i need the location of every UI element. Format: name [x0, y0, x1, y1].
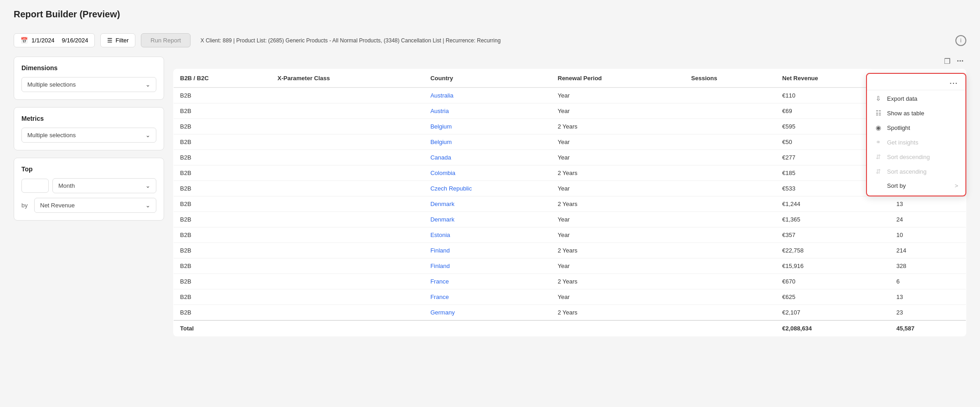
sort-asc-icon: ⇵ [874, 168, 882, 175]
cell-country[interactable]: Denmark [424, 212, 551, 227]
by-value: Net Revenue [40, 202, 75, 209]
filter-button[interactable]: ☰ Filter [100, 33, 135, 47]
info-button[interactable]: i [955, 35, 966, 46]
cell-orders: 13 [890, 289, 966, 305]
cell-b2b: B2B [174, 243, 271, 258]
table-row: B2B Canada Year €277 6 [174, 150, 966, 165]
cell-country[interactable]: Germany [424, 305, 551, 321]
cell-xparam [271, 258, 424, 274]
table-row: B2B Czech Republic Year €533 12 [174, 181, 966, 196]
cell-orders: 10 [890, 227, 966, 243]
menu-item-sort-by[interactable]: Sort by > [867, 179, 965, 193]
dimensions-dropdown[interactable]: Multiple selections ⌄ [21, 77, 156, 92]
more-options-button[interactable]: ··· [954, 56, 966, 67]
top-period-chevron-icon: ⌄ [145, 182, 150, 189]
by-label: by [21, 202, 31, 209]
top-number-input[interactable] [21, 179, 49, 193]
cell-net-revenue: €15,916 [776, 258, 890, 274]
cell-country[interactable]: Finland [424, 243, 551, 258]
date-range-button[interactable]: 📅 1/1/2024 9/16/2024 [14, 33, 95, 47]
total-empty-1 [271, 320, 424, 336]
page-wrapper: Report Builder (Preview) 📅 1/1/2024 9/16… [0, 0, 980, 407]
cell-orders: 6 [890, 274, 966, 289]
cell-renewal: Year [552, 103, 685, 119]
spotlight-icon: ◉ [874, 124, 882, 131]
cell-sessions [685, 165, 776, 181]
cell-b2b: B2B [174, 88, 271, 103]
cell-country[interactable]: France [424, 274, 551, 289]
page-title: Report Builder (Preview) [14, 9, 966, 20]
top-period-dropdown[interactable]: Month ⌄ [52, 178, 156, 193]
expand-icon[interactable]: ❐ [944, 57, 950, 66]
menu-item-export[interactable]: ⇩ Export data [867, 91, 965, 106]
menu-divider-1 [867, 90, 965, 90]
cell-b2b: B2B [174, 212, 271, 227]
cell-country[interactable]: Belgium [424, 134, 551, 150]
cell-b2b: B2B [174, 165, 271, 181]
total-empty-4 [685, 320, 776, 336]
menu-item-spotlight[interactable]: ◉ Spotlight [867, 120, 965, 135]
cell-b2b: B2B [174, 103, 271, 119]
cell-country[interactable]: Canada [424, 150, 551, 165]
cell-sessions [685, 274, 776, 289]
cell-renewal: Year [552, 227, 685, 243]
run-report-label: Run Report [150, 37, 181, 44]
cell-net-revenue: €357 [776, 227, 890, 243]
sidebar: Dimensions Multiple selections ⌄ Metrics… [14, 57, 164, 221]
more-menu-container: ··· ··· ⇩ Export data ☷ Show as table [954, 57, 966, 66]
cell-xparam [271, 134, 424, 150]
by-dropdown[interactable]: Net Revenue ⌄ [34, 198, 156, 213]
dimensions-chevron-icon: ⌄ [145, 81, 150, 88]
cell-country[interactable]: Estonia [424, 227, 551, 243]
cell-country[interactable]: Australia [424, 88, 551, 103]
menu-item-sort-asc[interactable]: ⇵ Sort ascending [867, 164, 965, 179]
menu-item-insights-label: Get insights [887, 139, 918, 146]
cell-orders: 214 [890, 243, 966, 258]
cell-country[interactable]: Colombia [424, 165, 551, 181]
metrics-chevron-icon: ⌄ [145, 132, 150, 139]
main-content: Dimensions Multiple selections ⌄ Metrics… [14, 57, 966, 336]
cell-net-revenue: €625 [776, 289, 890, 305]
table-row: B2B Denmark 2 Years €1,244 13 [174, 196, 966, 212]
metrics-dropdown[interactable]: Multiple selections ⌄ [21, 128, 156, 143]
cell-country[interactable]: Denmark [424, 196, 551, 212]
table-row: B2B Australia Year €110 2 [174, 88, 966, 103]
menu-item-show-table[interactable]: ☷ Show as table [867, 106, 965, 120]
menu-item-sort-desc-label: Sort descending [887, 154, 930, 160]
dimensions-value: Multiple selections [27, 81, 76, 88]
top-section: Top Month ⌄ by Net Revenue ⌄ [14, 158, 164, 221]
total-empty-2 [424, 320, 551, 336]
cell-country[interactable]: Austria [424, 103, 551, 119]
filter-icon: ☰ [107, 37, 113, 44]
cell-renewal: Year [552, 88, 685, 103]
cell-sessions [685, 88, 776, 103]
menu-item-sort-desc[interactable]: ⇵ Sort descending [867, 149, 965, 164]
table-row: B2B France 2 Years €670 6 [174, 274, 966, 289]
filter-tag: X Client: 889 | Product List: (2685) Gen… [201, 37, 501, 44]
cell-xparam [271, 305, 424, 321]
top-row: Month ⌄ [21, 178, 156, 193]
menu-item-insights[interactable]: ⚭ Get insights [867, 135, 965, 149]
cell-country[interactable]: Czech Republic [424, 181, 551, 196]
cell-country[interactable]: France [424, 289, 551, 305]
cell-country[interactable]: Belgium [424, 119, 551, 134]
total-empty-3 [552, 320, 685, 336]
table-row: B2B Austria Year €69 1 [174, 103, 966, 119]
cell-net-revenue: €22,758 [776, 243, 890, 258]
cell-b2b: B2B [174, 258, 271, 274]
top-period-value: Month [58, 182, 75, 189]
cell-orders: 24 [890, 212, 966, 227]
cell-renewal: Year [552, 289, 685, 305]
run-report-button[interactable]: Run Report [141, 33, 190, 47]
menu-item-sort-by-label: Sort by [887, 182, 906, 189]
cell-sessions [685, 119, 776, 134]
top-title: Top [21, 165, 156, 173]
total-orders: 45,587 [890, 320, 966, 336]
cell-xparam [271, 274, 424, 289]
cell-b2b: B2B [174, 134, 271, 150]
cell-renewal: 2 Years [552, 305, 685, 321]
cell-country[interactable]: Finland [424, 258, 551, 274]
cell-b2b: B2B [174, 181, 271, 196]
cell-orders: 13 [890, 196, 966, 212]
filter-label: Filter [115, 37, 129, 44]
